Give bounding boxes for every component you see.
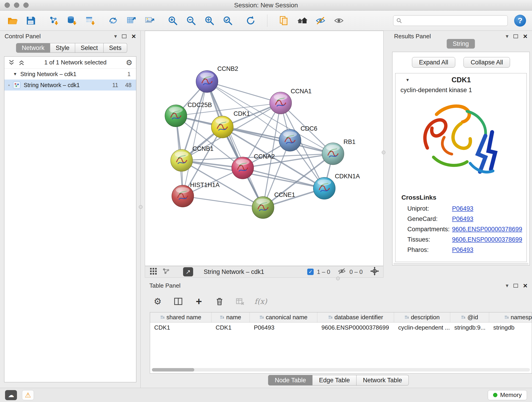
network-arrows-icon[interactable] [107, 14, 120, 27]
edge-CCNE1-HIST1H1A[interactable] [183, 196, 263, 208]
zoom-out-icon[interactable] [185, 14, 197, 27]
cybrowser-home-icon[interactable] [296, 14, 309, 27]
left-splitter-handle[interactable] [139, 205, 143, 209]
zoom-selected-icon[interactable] [221, 14, 234, 27]
network-view-canvas[interactable]: CCNB2CCNA1CDC25BCDK1CDC6RB1CCNB1CCNA2CDK… [145, 31, 384, 266]
panel-close-icon[interactable]: × [523, 283, 527, 288]
node-HIST1H1A[interactable] [172, 185, 194, 207]
tab-sets[interactable]: Sets [104, 43, 127, 53]
cloud-icon[interactable]: ☁ [5, 390, 17, 400]
crosslink-link[interactable]: P06493 [452, 205, 473, 212]
tab-style[interactable]: Style [50, 43, 75, 53]
eye-icon[interactable] [332, 14, 345, 27]
search-input[interactable] [404, 17, 505, 24]
export-table-icon[interactable] [125, 14, 138, 27]
table-row[interactable]: CDK1CDK1P064939606.ENSP00000378699cyclin… [150, 322, 532, 332]
crosslink-link[interactable]: P06493 [452, 246, 473, 254]
crosslink-link[interactable]: 9606.ENSP00000378699 [452, 236, 522, 243]
expand-all-networks-icon[interactable] [8, 59, 15, 66]
results-scrollbar[interactable] [393, 263, 529, 265]
gear-icon[interactable]: ⚙ [152, 295, 164, 307]
panel-float-icon[interactable] [513, 284, 518, 288]
panel-close-icon[interactable]: × [132, 34, 136, 38]
column-header-database-identifier[interactable]: database identifier [317, 313, 394, 322]
table-cell[interactable]: 9606.ENSP00000378699 [317, 322, 394, 332]
panel-float-icon[interactable] [513, 34, 518, 38]
node-CCNA1[interactable] [270, 92, 292, 114]
table-cell[interactable]: cyclin-dependent ... [394, 322, 450, 332]
node-CCNB1[interactable] [171, 149, 193, 172]
function-builder-icon[interactable]: f(x) [255, 295, 267, 307]
help-button[interactable]: ? [514, 15, 526, 27]
column-header-name[interactable]: name [211, 313, 250, 322]
memory-button[interactable]: Memory [488, 390, 527, 400]
panel-menu-icon[interactable]: ▾ [506, 282, 508, 289]
table-cell[interactable]: stringdb [489, 322, 532, 332]
edge-HIST1H1A-CCNB2[interactable] [183, 82, 207, 196]
collapse-all-button[interactable]: Collapse All [463, 57, 510, 68]
table-cell[interactable]: stringdb:9... [450, 322, 489, 332]
edge-CCNB2-CCNE1[interactable] [207, 82, 263, 208]
collapse-all-networks-icon[interactable] [18, 59, 25, 66]
gear-icon[interactable]: ⚙ [126, 58, 133, 67]
clear-table-icon[interactable] [234, 295, 246, 307]
node-CDC6[interactable] [279, 129, 301, 151]
table-cell[interactable]: CDK1 [211, 322, 250, 332]
birdseye-toggle-button[interactable]: ↗ [183, 267, 193, 276]
edge-CCNB2-CCNA1[interactable] [207, 82, 280, 103]
network-overview-icon[interactable] [162, 267, 170, 277]
column-header-description[interactable]: description [394, 313, 450, 322]
crosslink-link[interactable]: 9606.ENSP00000378699 [452, 226, 522, 233]
tab-select[interactable]: Select [75, 43, 104, 53]
tab-node-table[interactable]: Node Table [268, 375, 312, 385]
node-CDK1[interactable] [211, 116, 233, 138]
column-header-shared-name[interactable]: shared name [150, 313, 211, 322]
search-box[interactable] [393, 15, 508, 26]
expand-all-button[interactable]: Expand All [412, 57, 456, 68]
panel-menu-icon[interactable]: ▾ [506, 33, 508, 39]
column-header-namespace[interactable]: namespace [489, 313, 532, 322]
export-image-icon[interactable] [143, 14, 156, 27]
tab-network[interactable]: Network [16, 43, 50, 53]
panel-close-icon[interactable]: × [523, 34, 527, 38]
grid-view-icon[interactable] [149, 267, 157, 277]
table-cell[interactable]: CDK1 [150, 322, 211, 332]
table-cell[interactable]: P06493 [250, 322, 317, 332]
node-CCNE1[interactable] [252, 197, 274, 219]
node-CCNB2[interactable] [196, 70, 218, 93]
zoom-in-icon[interactable] [166, 14, 179, 27]
crosshair-icon[interactable] [370, 267, 379, 277]
delete-column-icon[interactable] [214, 295, 225, 307]
refresh-layout-icon[interactable] [244, 14, 257, 27]
zoom-fit-icon[interactable] [203, 14, 216, 27]
selected-nodes-checkbox[interactable]: ✓ [307, 269, 314, 275]
section-disclosure-icon[interactable]: ▼ [405, 78, 410, 83]
column-header-canonical-name[interactable]: canonical name [250, 313, 317, 322]
right-splitter-handle[interactable] [382, 151, 385, 154]
import-network-file-icon[interactable] [47, 14, 60, 27]
import-table-file-icon[interactable] [84, 14, 97, 27]
node-RB1[interactable] [322, 143, 344, 165]
panel-menu-icon[interactable]: ▾ [114, 33, 117, 39]
panel-float-icon[interactable] [122, 34, 127, 38]
open-session-icon[interactable] [6, 14, 19, 27]
copy-document-icon[interactable] [278, 14, 290, 27]
node-CDC25B[interactable] [165, 105, 187, 127]
tab-network-table[interactable]: Network Table [356, 375, 409, 385]
node-CDKN1A[interactable] [313, 177, 336, 199]
show-hide-graphics-icon[interactable] [314, 14, 327, 27]
column-header--id[interactable]: @id [450, 313, 489, 322]
disclosure-triangle-icon[interactable]: ▼ [13, 72, 17, 77]
warning-icon[interactable]: ⚠ [22, 390, 34, 400]
network-collection-row[interactable]: ▼ String Network – cdk1 1 [4, 69, 136, 80]
import-network-database-icon[interactable] [65, 14, 78, 27]
save-session-icon[interactable] [24, 14, 37, 27]
tab-string[interactable]: String [447, 39, 475, 49]
show-columns-icon[interactable] [172, 295, 184, 307]
tab-edge-table[interactable]: Edge Table [312, 375, 356, 385]
crosslink-link[interactable]: P06493 [452, 216, 473, 223]
network-row[interactable]: ● String Network – cdk1 11 48 [4, 80, 136, 90]
table-horizontal-scrollbar[interactable] [152, 368, 530, 371]
node-CCNA2[interactable] [232, 157, 254, 179]
bottom-splitter-handle[interactable] [336, 277, 340, 280]
